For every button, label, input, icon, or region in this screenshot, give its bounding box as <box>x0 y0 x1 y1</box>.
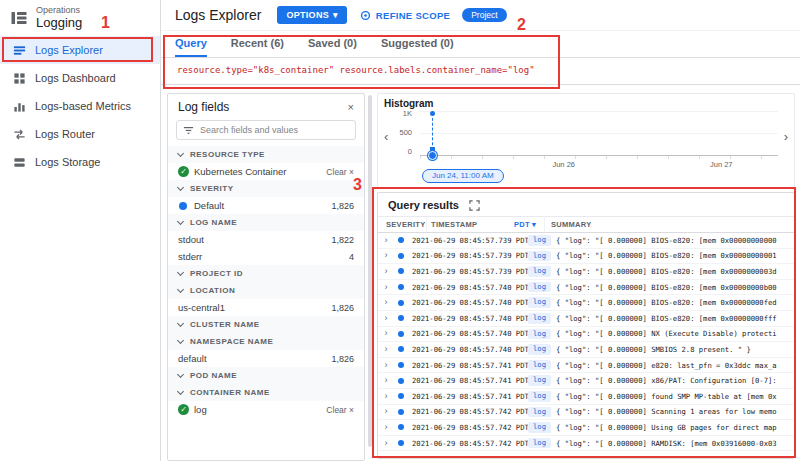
logging-logo-icon <box>10 9 28 27</box>
sidebar-item-logs-storage[interactable]: Logs Storage <box>0 148 160 176</box>
clear-filter-button[interactable]: Clear × <box>326 405 354 415</box>
severity-default-icon <box>398 253 404 259</box>
log-name-chip[interactable]: log <box>528 375 551 386</box>
tab-query[interactable]: Query <box>175 31 207 57</box>
options-button[interactable]: OPTIONS ▾ <box>277 6 346 24</box>
log-name-chip[interactable]: log <box>528 313 551 324</box>
log-entry-row[interactable]: ›2021-06-29 08:45:57.742 PDTlog{ "log": … <box>378 436 794 452</box>
field-section-location[interactable]: LOCATION <box>168 282 364 299</box>
histogram-prev-icon[interactable]: ‹ <box>384 129 388 144</box>
expand-row-icon[interactable]: › <box>378 376 394 385</box>
log-entry-row[interactable]: ›2021-06-29 08:45:57.740 PDTlog{ "log": … <box>378 311 794 327</box>
chevron-down-icon <box>177 371 184 378</box>
time-marker-handle[interactable] <box>428 151 437 160</box>
field-section-log-name[interactable]: LOG NAME <box>168 214 364 231</box>
field-value-log[interactable]: ✓logClear × <box>168 401 364 418</box>
field-value-us-central1[interactable]: us-central11,826 <box>168 299 364 316</box>
sidebar-item-logs-explorer[interactable]: Logs Explorer <box>0 36 160 64</box>
log-entry-row[interactable]: ›2021-06-29 08:45:57.739 PDTlog{ "log": … <box>378 233 794 249</box>
expand-row-icon[interactable]: › <box>378 283 394 292</box>
scrollbar[interactable] <box>368 95 372 447</box>
expand-row-icon[interactable]: › <box>378 236 394 245</box>
histogram-plot[interactable]: Jun 26 Jun 27 Jun 24, 11:00 AM <box>420 111 778 175</box>
field-section-severity[interactable]: SEVERITY <box>168 180 364 197</box>
sidebar-item-logs-based-metrics[interactable]: Logs-based Metrics <box>0 92 160 120</box>
field-value-label: us-central1 <box>178 302 225 313</box>
field-value-stderr[interactable]: stderr4 <box>168 248 364 265</box>
expand-icon[interactable] <box>469 200 480 211</box>
sidebar-item-label: Logs-based Metrics <box>35 100 131 112</box>
log-timestamp: 2021-06-29 08:45:57.739 PDT <box>412 251 528 260</box>
histogram-next-icon[interactable]: › <box>784 129 788 144</box>
log-entry-row[interactable]: ›2021-06-29 08:45:57.740 PDTlog{ "log": … <box>378 280 794 296</box>
log-entry-row[interactable]: ›2021-06-29 08:45:57.741 PDTlog{ "log": … <box>378 389 794 405</box>
field-section-pod-name[interactable]: POD NAME <box>168 367 364 384</box>
log-name-chip[interactable]: log <box>528 344 551 355</box>
log-entry-row[interactable]: ›2021-06-29 08:45:57.740 PDTlog{ "log": … <box>378 327 794 343</box>
tab-suggested-0[interactable]: Suggested (0) <box>381 31 454 57</box>
log-summary: { "log": "[ 0.000000] BIOS-e820: [mem 0x… <box>556 236 794 245</box>
log-name-chip[interactable]: log <box>528 282 551 293</box>
expand-row-icon[interactable]: › <box>378 439 394 448</box>
log-entry-row[interactable]: ›2021-06-29 08:45:57.742 PDTlog{ "log": … <box>378 420 794 436</box>
clear-filter-button[interactable]: Clear × <box>326 167 354 177</box>
log-entry-row[interactable]: ›2021-06-29 08:45:57.740 PDTlog{ "log": … <box>378 295 794 311</box>
log-entry-row[interactable]: ›2021-06-29 08:45:57.739 PDTlog{ "log": … <box>378 249 794 265</box>
log-entry-row[interactable]: ›2021-06-29 08:45:57.741 PDTlog{ "log": … <box>378 358 794 374</box>
field-section-namespace-name[interactable]: NAMESPACE NAME <box>168 333 364 350</box>
log-name-chip[interactable]: log <box>528 391 551 402</box>
field-section-container-name[interactable]: CONTAINER NAME <box>168 384 364 401</box>
field-section-title: LOCATION <box>190 286 235 295</box>
column-summary[interactable]: SUMMARY <box>544 217 794 232</box>
query-editor[interactable]: resource.type="k8s_container" resource.l… <box>161 58 800 84</box>
log-summary: { "log": "[ 0.000000] NX (Execute Disabl… <box>556 329 794 338</box>
field-value-stdout[interactable]: stdout1,822 <box>168 231 364 248</box>
expand-row-icon[interactable]: › <box>378 407 394 416</box>
sidebar-item-logs-router[interactable]: Logs Router <box>0 120 160 148</box>
log-name-chip[interactable]: log <box>528 266 551 277</box>
log-entry-row[interactable]: ›2021-06-29 08:45:57.740 PDTlog{ "log": … <box>378 342 794 358</box>
expand-row-icon[interactable]: › <box>378 251 394 260</box>
close-icon[interactable]: × <box>348 101 354 113</box>
search-fields-input[interactable] <box>200 125 349 135</box>
field-value-kubernetes-container[interactable]: ✓Kubernetes ContainerClear × <box>168 163 364 180</box>
log-name-chip[interactable]: log <box>528 407 551 418</box>
log-name-chip[interactable]: log <box>528 297 551 308</box>
field-section-resource-type[interactable]: RESOURCE TYPE <box>168 146 364 163</box>
log-name-chip[interactable]: log <box>528 360 551 371</box>
expand-row-icon[interactable]: › <box>378 267 394 276</box>
expand-row-icon[interactable]: › <box>378 345 394 354</box>
field-section-project-id[interactable]: PROJECT ID <box>168 265 364 282</box>
log-summary: { "log": "[ 0.000000] found SMP MP-table… <box>556 392 794 401</box>
expand-row-icon[interactable]: › <box>378 423 394 432</box>
expand-row-icon[interactable]: › <box>378 392 394 401</box>
log-name-chip[interactable]: log <box>528 329 551 340</box>
sidebar-item-logs-dashboard[interactable]: Logs Dashboard <box>0 64 160 92</box>
time-marker-pill[interactable]: Jun 24, 11:00 AM <box>422 169 504 183</box>
expand-row-icon[interactable]: › <box>378 329 394 338</box>
log-name-chip[interactable]: log <box>528 422 551 433</box>
log-entry-row[interactable]: ›2021-06-29 08:45:57.739 PDTlog{ "log": … <box>378 264 794 280</box>
refine-scope-button[interactable]: REFINE SCOPE <box>359 9 450 22</box>
log-entry-row[interactable]: ›2021-06-29 08:45:57.741 PDTlog{ "log": … <box>378 373 794 389</box>
log-name-chip[interactable]: log <box>528 438 551 449</box>
expand-row-icon[interactable]: › <box>378 361 394 370</box>
field-section-cluster-name[interactable]: CLUSTER NAME <box>168 316 364 333</box>
field-value-default[interactable]: Default1,826 <box>168 197 364 214</box>
timezone-dropdown[interactable]: PDT ▾ <box>514 220 536 229</box>
check-circle-icon: ✓ <box>178 166 189 177</box>
column-timestamp[interactable]: TIMESTAMP PDT ▾ <box>426 217 544 232</box>
search-fields-box[interactable] <box>176 120 356 140</box>
severity-default-icon <box>398 331 404 337</box>
tab-recent-6[interactable]: Recent (6) <box>231 31 284 57</box>
tab-saved-0[interactable]: Saved (0) <box>308 31 357 57</box>
field-value-default[interactable]: default1,826 <box>168 350 364 367</box>
log-entry-row[interactable]: ›2021-06-29 08:45:57.742 PDTlog{ "log": … <box>378 405 794 421</box>
expand-row-icon[interactable]: › <box>378 314 394 323</box>
log-name-chip[interactable]: log <box>528 235 551 246</box>
column-severity[interactable]: SEVERITY <box>378 220 426 229</box>
chevron-down-icon <box>177 150 184 157</box>
expand-row-icon[interactable]: › <box>378 298 394 307</box>
scope-project-badge[interactable]: Project <box>462 8 506 22</box>
log-name-chip[interactable]: log <box>528 251 551 262</box>
